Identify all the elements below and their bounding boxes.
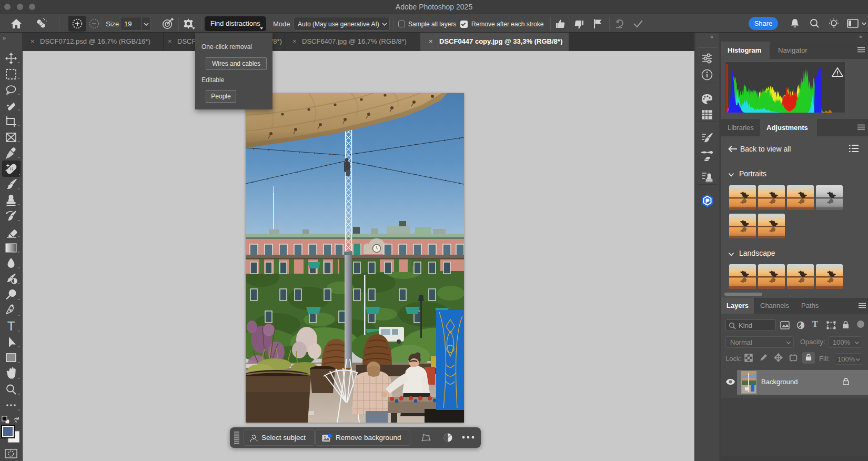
svg-text:T: T (7, 319, 15, 333)
